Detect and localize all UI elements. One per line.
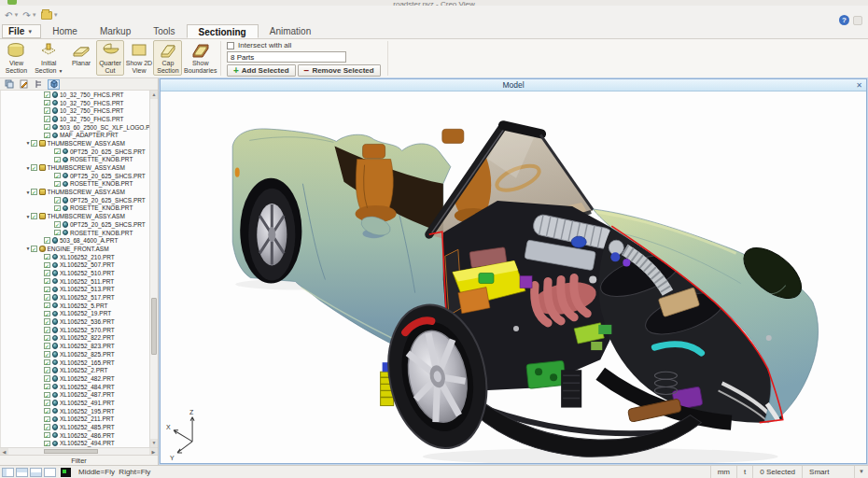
tab-animation[interactable]: Animation: [259, 24, 322, 38]
layout-split-h-icon[interactable]: [16, 468, 28, 477]
visibility-checkbox[interactable]: ✓: [44, 367, 50, 373]
visibility-checkbox[interactable]: ✓: [44, 270, 50, 276]
visibility-checkbox[interactable]: ✓: [54, 221, 61, 228]
learning-icon[interactable]: [853, 16, 862, 25]
tree-options-icon[interactable]: [33, 79, 45, 90]
tree-item-label[interactable]: XL106252_825.PRT: [60, 351, 115, 358]
visibility-checkbox[interactable]: ✓: [44, 375, 50, 382]
tree-item[interactable]: ▼✓THUMBSCREW_ASSY.ASM: [1, 188, 149, 196]
visibility-checkbox[interactable]: ✓: [54, 205, 61, 212]
tree-item-label[interactable]: XL106252_536.PRT: [60, 318, 115, 325]
filter-bar[interactable]: Filter: [0, 455, 158, 465]
visibility-checkbox[interactable]: ✓: [44, 91, 50, 98]
tree-item[interactable]: ✓0PT25_20_625_SHCS.PRT: [1, 220, 149, 229]
visibility-checkbox[interactable]: ✓: [54, 157, 61, 163]
tab-tools[interactable]: Tools: [142, 24, 186, 38]
tree-item-label[interactable]: ROSETTE_KNOB.PRT: [70, 230, 133, 236]
visibility-checkbox[interactable]: ✓: [31, 140, 37, 147]
tolerance-indicator[interactable]: t: [736, 466, 752, 478]
tree-item-label[interactable]: 10_32_750_FHCS.PRT: [60, 107, 124, 114]
tree-item[interactable]: ✓10_32_750_FHCS.PRT: [1, 106, 149, 115]
tree-item[interactable]: ✓XL106252_487.PRT: [1, 390, 149, 399]
tree-horizontal-scrollbar[interactable]: ◀ ▶: [0, 447, 158, 455]
visibility-checkbox[interactable]: ✓: [44, 254, 50, 260]
visibility-checkbox[interactable]: ✓: [44, 262, 50, 269]
tree-item-label[interactable]: 0PT25_20_625_SHCS.PRT: [70, 173, 146, 179]
visibility-checkbox[interactable]: ✓: [44, 107, 50, 114]
chevron-down-icon[interactable]: ▼: [32, 12, 37, 18]
visibility-checkbox[interactable]: ✓: [44, 287, 50, 293]
tree-item-label[interactable]: XL106252_510.PRT: [60, 270, 115, 276]
tree-item[interactable]: ✓10_32_750_FHCS.PRT: [1, 91, 149, 99]
tree-item-label[interactable]: XL106252_482.PRT: [60, 375, 115, 382]
tree-item-label[interactable]: 0PT25_20_625_SHCS.PRT: [70, 148, 146, 155]
visibility-checkbox[interactable]: ✓: [54, 148, 61, 155]
show-2d-view-button[interactable]: Show 2D View: [124, 40, 153, 76]
chevron-down-icon[interactable]: ▼: [854, 466, 868, 478]
tree-item[interactable]: ✓XL106252_511.PRT: [1, 277, 149, 286]
tree-vertical-scrollbar[interactable]: ▲ ▼: [149, 91, 158, 447]
tree-item[interactable]: ✓XL106252_211.PRT: [1, 415, 149, 424]
tree-item[interactable]: ✓XL106252_19.PRT: [1, 310, 149, 318]
visibility-checkbox[interactable]: ✓: [44, 416, 50, 423]
tree-item[interactable]: ✓ROSETTE_KNOB.PRT: [1, 229, 149, 237]
tree-item-label[interactable]: 0PT25_20_625_SHCS.PRT: [70, 221, 146, 228]
tree-item[interactable]: ✓XL106252_210.PRT: [1, 253, 149, 261]
units-indicator[interactable]: mm: [710, 466, 736, 478]
viewport-header[interactable]: Model ✕: [161, 79, 866, 91]
visibility-checkbox[interactable]: ✓: [44, 100, 50, 106]
tree-item-label[interactable]: XL106252_513.PRT: [60, 286, 115, 292]
tree-item[interactable]: ▼✓THUMBSCREW_ASSY.ASM: [1, 139, 149, 148]
tree-item-label[interactable]: XL106252_485.PRT: [60, 424, 115, 430]
tree-item[interactable]: ✓XL106252_491.PRT: [1, 399, 149, 407]
tree-item-label[interactable]: 10_32_750_FHCS.PRT: [60, 91, 124, 98]
tree-item[interactable]: ✓XL106252_507.PRT: [1, 260, 149, 269]
scroll-up-icon[interactable]: ▲: [150, 91, 158, 99]
tab-home[interactable]: Home: [41, 24, 89, 38]
quarter-cut-button[interactable]: Quarter Cut: [96, 40, 125, 76]
intersect-with-all-checkbox[interactable]: [227, 42, 234, 49]
3d-canvas[interactable]: Z X Y: [161, 91, 866, 463]
tree-item-label[interactable]: XL106252_822.PRT: [60, 334, 115, 341]
visibility-checkbox[interactable]: ✓: [44, 237, 50, 244]
tree-item[interactable]: ▼✓THUMBSCREW_ASSY.ASM: [1, 212, 149, 220]
parts-count-field[interactable]: [227, 51, 346, 63]
visibility-checkbox[interactable]: ✓: [54, 230, 61, 236]
visibility-checkbox[interactable]: ✓: [44, 318, 50, 325]
tree-item-label[interactable]: XL106252_487.PRT: [60, 391, 115, 398]
visibility-checkbox[interactable]: ✓: [44, 302, 50, 309]
show-boundaries-button[interactable]: Show Boundaries: [182, 40, 218, 76]
tree-item-label[interactable]: ROSETTE_KNOB.PRT: [70, 156, 133, 162]
tree-item-label[interactable]: MAF_ADAPTER.PRT: [60, 132, 119, 138]
layout-split-v-icon[interactable]: [30, 468, 42, 477]
tree-item[interactable]: ✓ROSETTE_KNOB.PRT: [1, 180, 149, 189]
open-button[interactable]: ▼: [40, 11, 60, 20]
tree-item[interactable]: ✓503_68_4600_A.PRT: [1, 236, 149, 245]
tree-item-label[interactable]: XL106252_195.PRT: [60, 408, 115, 415]
tree-item[interactable]: ✓XL106252_484.PRT: [1, 383, 149, 391]
scrollbar-thumb[interactable]: [151, 298, 157, 355]
visibility-checkbox[interactable]: ✓: [44, 278, 50, 285]
model-tree-tab-icon[interactable]: [48, 79, 60, 90]
visibility-checkbox[interactable]: ✓: [44, 327, 50, 333]
tree-item-label[interactable]: XL106252_517.PRT: [60, 294, 115, 301]
tree-item[interactable]: ✓XL106252_494.PRT: [1, 440, 149, 447]
tree-item[interactable]: ✓MAF_ADAPTER.PRT: [1, 131, 149, 139]
tree-item[interactable]: ✓XL106252_165.PRT: [1, 358, 149, 367]
chevron-down-icon[interactable]: ▼: [13, 12, 19, 18]
visibility-checkbox[interactable]: ✓: [44, 351, 50, 358]
visibility-checkbox[interactable]: ✓: [44, 124, 50, 131]
tab-sectioning[interactable]: Sectioning: [187, 24, 259, 38]
visibility-checkbox[interactable]: ✓: [31, 213, 37, 219]
tree-item-label[interactable]: XL106252_211.PRT: [60, 415, 114, 422]
visibility-checkbox[interactable]: ✓: [44, 424, 50, 430]
view-section-button[interactable]: View Section: [2, 40, 31, 76]
visibility-checkbox[interactable]: ✓: [44, 335, 50, 342]
tree-item-label[interactable]: XL106252_484.PRT: [60, 384, 115, 390]
visibility-checkbox[interactable]: ✓: [44, 432, 50, 439]
chevron-down-icon[interactable]: ▼: [53, 12, 59, 18]
tree-item-label[interactable]: XL106252_165.PRT: [60, 359, 115, 366]
tree-item-label[interactable]: 503_68_4600_A.PRT: [60, 237, 118, 244]
tree-item-label[interactable]: XL106252_570.PRT: [60, 327, 115, 333]
tree-item[interactable]: ✓XL106252_536.PRT: [1, 317, 149, 326]
